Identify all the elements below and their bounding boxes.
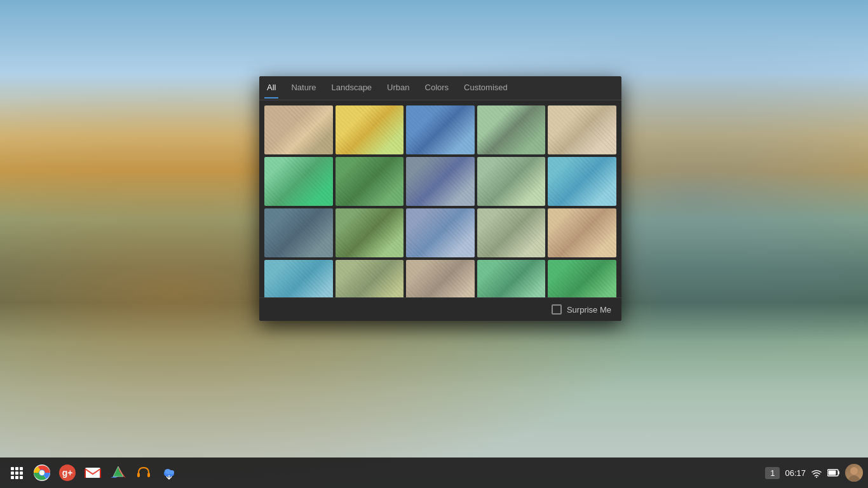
- headphones-button[interactable]: [132, 461, 155, 484]
- surprise-me-option[interactable]: Surprise Me: [552, 304, 611, 315]
- svg-point-11: [39, 470, 44, 475]
- tab-nature[interactable]: Nature: [288, 78, 318, 98]
- headphones-icon: [135, 464, 153, 482]
- svg-point-22: [816, 477, 817, 478]
- wifi-icon: [811, 467, 822, 478]
- svg-text:g+: g+: [62, 468, 73, 478]
- tab-all[interactable]: All: [264, 78, 278, 98]
- wallpaper-grid: [264, 105, 616, 297]
- chrome-browser-button[interactable]: [31, 461, 53, 484]
- wallpaper-thumb-7[interactable]: [336, 157, 404, 206]
- wallpaper-thumb-3[interactable]: [406, 105, 475, 154]
- tab-landscape[interactable]: Landscape: [329, 78, 374, 98]
- svg-rect-5: [20, 471, 23, 475]
- google-plus-icon: g+: [58, 464, 76, 482]
- svg-rect-14: [85, 468, 100, 478]
- wallpaper-thumb-16[interactable]: [264, 260, 333, 297]
- dialog-footer: Surprise Me: [259, 297, 621, 321]
- surprise-me-checkbox[interactable]: [552, 304, 562, 315]
- wallpaper-thumb-1[interactable]: [264, 105, 333, 154]
- google-drive-button[interactable]: [107, 461, 130, 484]
- cloud-button[interactable]: [158, 461, 180, 484]
- gmail-button[interactable]: [81, 461, 104, 484]
- svg-point-21: [169, 470, 174, 474]
- drive-icon: [109, 464, 127, 482]
- wallpaper-thumb-14[interactable]: [477, 208, 546, 257]
- wallpaper-thumb-13[interactable]: [406, 208, 475, 257]
- taskbar: g+: [0, 458, 868, 488]
- tab-customised[interactable]: Customised: [461, 78, 510, 98]
- grid-icon: [10, 466, 23, 479]
- notification-badge[interactable]: 1: [765, 467, 780, 479]
- svg-rect-4: [15, 471, 18, 475]
- tab-colors[interactable]: Colors: [423, 78, 452, 98]
- wallpaper-thumb-15[interactable]: [548, 208, 616, 257]
- chrome-icon: [33, 464, 51, 482]
- wallpaper-thumb-17[interactable]: [336, 260, 404, 297]
- taskbar-right: 1 06:17: [765, 464, 868, 482]
- svg-rect-16: [137, 473, 140, 477]
- wallpaper-thumb-18[interactable]: [406, 260, 475, 297]
- google-plus-button[interactable]: g+: [56, 461, 79, 484]
- battery-icon: [827, 469, 840, 477]
- svg-point-27: [850, 467, 858, 475]
- clock-display: 06:17: [785, 468, 806, 478]
- tab-urban[interactable]: Urban: [384, 78, 412, 98]
- wallpaper-thumb-12[interactable]: [336, 208, 404, 257]
- surprise-me-label: Surprise Me: [567, 305, 611, 315]
- gmail-icon: [84, 464, 102, 482]
- svg-rect-0: [11, 467, 14, 470]
- wallpaper-thumb-5[interactable]: [548, 105, 616, 154]
- svg-rect-1: [15, 467, 18, 470]
- svg-rect-7: [15, 476, 18, 479]
- wallpaper-thumb-11[interactable]: [264, 208, 333, 257]
- wallpaper-thumb-8[interactable]: [406, 157, 475, 206]
- launcher-button[interactable]: [5, 461, 28, 484]
- wallpaper-thumb-10[interactable]: [548, 157, 616, 206]
- svg-rect-6: [11, 476, 14, 479]
- svg-rect-8: [20, 476, 23, 479]
- wallpaper-thumb-9[interactable]: [477, 157, 546, 206]
- taskbar-left: g+: [0, 461, 180, 484]
- wallpaper-picker-dialog: All Nature Landscape Urban Colors Custom…: [259, 76, 621, 321]
- wallpaper-thumb-2[interactable]: [336, 105, 404, 154]
- wallpaper-thumb-20[interactable]: [548, 260, 616, 297]
- user-avatar[interactable]: [845, 464, 863, 482]
- svg-rect-2: [20, 467, 23, 470]
- wallpaper-thumb-19[interactable]: [477, 260, 546, 297]
- svg-rect-17: [147, 473, 150, 477]
- cloud-icon: [160, 464, 178, 482]
- svg-rect-24: [838, 471, 839, 475]
- svg-point-26: [848, 475, 860, 482]
- wallpaper-grid-container[interactable]: [259, 100, 621, 297]
- dialog-tabs: All Nature Landscape Urban Colors Custom…: [259, 76, 621, 100]
- svg-rect-25: [829, 471, 836, 475]
- wallpaper-thumb-4[interactable]: [477, 105, 546, 154]
- wallpaper-thumb-6[interactable]: [264, 157, 333, 206]
- svg-rect-3: [11, 471, 14, 475]
